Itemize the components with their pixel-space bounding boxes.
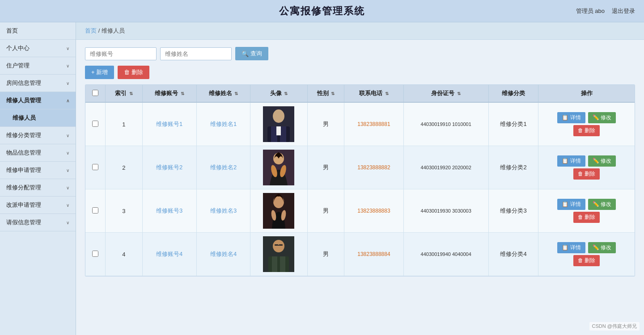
chevron-down-icon: ∨: [66, 46, 69, 51]
sidebar-item-5[interactable]: 维修人员: [0, 109, 76, 127]
table-row: 4维修账号4维修姓名4 男1382388888444030019940 4040…: [85, 233, 635, 276]
row-avatar: [250, 146, 307, 189]
search-button[interactable]: 🔍 查询: [235, 47, 268, 60]
row-checkbox[interactable]: [92, 121, 98, 127]
batch-delete-button[interactable]: 🗑 删除: [118, 66, 149, 79]
svg-rect-16: [268, 256, 289, 272]
sidebar-item-label: 维修人员: [13, 114, 36, 122]
delete-row-button[interactable]: 🗑 删除: [573, 125, 600, 136]
sidebar-item-label: 请假信息管理: [6, 218, 41, 226]
row-checkbox[interactable]: [92, 164, 98, 170]
sidebar-item-label: 维修分类管理: [6, 131, 41, 139]
op-row-top: 📋 详情 ✏️ 修改: [557, 155, 616, 167]
row-phone: 13823888881: [344, 102, 403, 146]
sidebar-item-3[interactable]: 房间信息管理∨: [0, 75, 76, 92]
row-checkbox[interactable]: [92, 251, 98, 257]
row-gender: 男: [307, 146, 344, 189]
sidebar-item-11[interactable]: 请假信息管理∨: [0, 214, 76, 231]
delete-row-button[interactable]: 🗑 删除: [573, 255, 600, 266]
edit-button[interactable]: ✏️ 修改: [588, 112, 616, 123]
row-account: 维修账号2: [142, 146, 196, 189]
search-icon: 🔍: [242, 50, 249, 57]
add-button[interactable]: + 新增: [85, 66, 114, 79]
sidebar-item-7[interactable]: 物品信息管理∨: [0, 144, 76, 162]
row-name: 维修姓名2: [196, 146, 250, 189]
edit-button[interactable]: ✏️ 修改: [588, 155, 616, 167]
row-checkbox-cell: [85, 189, 106, 233]
row-name: 维修姓名1: [196, 102, 250, 146]
svg-rect-4: [280, 126, 286, 142]
svg-rect-17: [272, 256, 277, 272]
row-idcard: 44030019940 4040004: [403, 233, 488, 276]
delete-row-button[interactable]: 🗑 删除: [573, 168, 600, 180]
search-account-input[interactable]: [85, 47, 157, 60]
sidebar-item-6[interactable]: 维修分类管理∨: [0, 127, 76, 144]
edit-button[interactable]: ✏️ 修改: [588, 199, 616, 210]
op-row-top: 📋 详情 ✏️ 修改: [557, 112, 616, 123]
sidebar-item-10[interactable]: 改派申请管理∨: [0, 197, 76, 214]
op-row-top: 📋 详情 ✏️ 修改: [557, 242, 616, 253]
svg-rect-18: [280, 256, 285, 272]
sidebar-item-2[interactable]: 住户管理∨: [0, 57, 76, 75]
trash-icon: 🗑: [124, 69, 130, 75]
chevron-down-icon: ∨: [66, 168, 69, 173]
svg-point-15: [273, 240, 284, 252]
sidebar-item-4[interactable]: 维修人员管理∧: [0, 92, 76, 109]
breadcrumb-separator: /: [98, 27, 100, 34]
op-row-top: 📋 详情 ✏️ 修改: [557, 199, 616, 210]
row-avatar: [250, 233, 307, 276]
row-checkbox[interactable]: [92, 207, 98, 214]
row-operations: 📋 详情 ✏️ 修改 🗑 删除: [538, 233, 635, 276]
delete-row-button[interactable]: 🗑 删除: [573, 212, 600, 223]
chevron-down-icon: ∨: [66, 220, 69, 225]
row-category: 维修分类2: [488, 146, 538, 189]
sidebar-item-label: 改派申请管理: [6, 201, 41, 209]
row-avatar: [250, 189, 307, 233]
sidebar-item-label: 维修申请管理: [6, 166, 41, 174]
svg-rect-21: [278, 245, 279, 246]
detail-button[interactable]: 📋 详情: [557, 112, 585, 123]
edit-button[interactable]: ✏️ 修改: [588, 242, 616, 253]
detail-button[interactable]: 📋 详情: [557, 242, 585, 253]
header: 公寓报修管理系统 管理员 abo 退出登录: [0, 0, 644, 22]
row-index: 4: [106, 233, 143, 276]
svg-rect-20: [279, 244, 283, 246]
breadcrumb-current: 维修人员: [102, 27, 125, 34]
select-all-checkbox[interactable]: [92, 90, 98, 96]
main-content: 首页 / 维修人员 🔍 查询 + 新增 🗑 删除: [76, 22, 644, 335]
row-checkbox-cell: [85, 146, 106, 189]
sidebar-item-8[interactable]: 维修申请管理∨: [0, 162, 76, 179]
row-category: 维修分类4: [488, 233, 538, 276]
table-row: 3维修账号3维修姓名3 男1382388888344030019930 3030…: [85, 189, 635, 233]
sidebar-item-label: 住户管理: [6, 62, 30, 70]
row-category: 维修分类3: [488, 189, 538, 233]
logout-button[interactable]: 退出登录: [612, 7, 635, 15]
chevron-down-icon: ∨: [66, 203, 69, 208]
detail-button[interactable]: 📋 详情: [557, 155, 585, 167]
row-idcard: 44030019910 1010001: [403, 102, 488, 146]
sidebar-item-9[interactable]: 维修分配管理∨: [0, 179, 76, 197]
table-row: 1维修账号1维修姓名1 男1382388888144030019910 1010…: [85, 102, 635, 146]
search-name-input[interactable]: [160, 47, 232, 60]
row-index: 3: [106, 189, 143, 233]
page-title: 公寓报修管理系统: [279, 4, 365, 18]
row-phone: 13823888883: [344, 189, 403, 233]
sort-icon: ⇅: [129, 91, 133, 96]
sort-icon: ⇅: [331, 91, 335, 96]
breadcrumb-home[interactable]: 首页: [85, 27, 97, 34]
sidebar-item-0[interactable]: 首页: [0, 22, 76, 40]
search-label: 查询: [250, 50, 262, 58]
row-idcard: 44030019930 3030003: [403, 189, 488, 233]
sort-icon: ⇅: [457, 91, 461, 96]
search-bar: 🔍 查询: [85, 47, 635, 60]
op-row-bottom: 🗑 删除: [573, 125, 600, 136]
row-account: 维修账号3: [142, 189, 196, 233]
sidebar-item-1[interactable]: 个人中心∨: [0, 40, 76, 57]
detail-button[interactable]: 📋 详情: [557, 199, 585, 210]
row-phone: 13823888884: [344, 233, 403, 276]
sidebar-item-label: 房间信息管理: [6, 79, 41, 87]
sidebar-item-label: 维修分配管理: [6, 184, 41, 192]
op-cell: 📋 详情 ✏️ 修改 🗑 删除: [542, 155, 631, 180]
op-cell: 📋 详情 ✏️ 修改 🗑 删除: [542, 242, 631, 266]
row-account: 维修账号1: [142, 102, 196, 146]
